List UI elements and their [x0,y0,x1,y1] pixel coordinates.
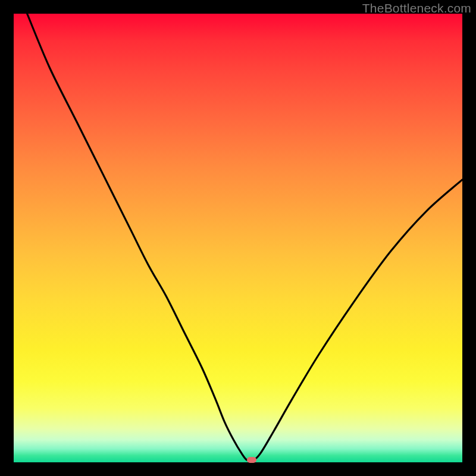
optimal-point-marker [247,457,256,463]
watermark-text: TheBottleneck.com [362,1,471,15]
chart-frame: TheBottleneck.com [0,0,476,476]
chart-plot-area [14,14,462,462]
bottleneck-curve [14,14,462,462]
